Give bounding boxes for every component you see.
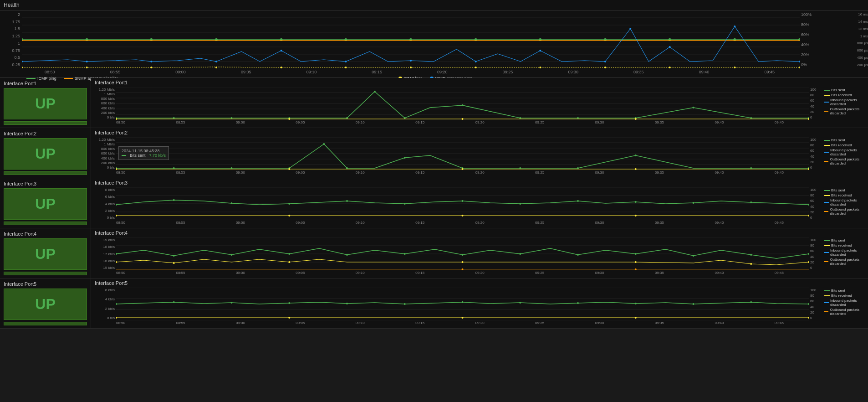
up-badge-port2: UP xyxy=(4,138,87,170)
svg-point-146 xyxy=(635,268,637,270)
health-svg xyxy=(22,10,800,69)
svg-point-126 xyxy=(173,255,175,257)
svg-point-84 xyxy=(346,167,348,169)
svg-point-114 xyxy=(808,204,809,206)
svg-point-144 xyxy=(808,261,809,263)
svg-point-152 xyxy=(173,301,175,303)
interface-status-port3: Interface Port3 UP xyxy=(0,178,91,228)
svg-point-156 xyxy=(404,303,406,305)
up-badge-port5: UP xyxy=(4,289,87,320)
interface-status-port2: Interface Port2 UP xyxy=(0,128,91,178)
svg-point-119 xyxy=(808,215,809,216)
up-badge-port3: UP xyxy=(4,188,87,220)
svg-point-39 xyxy=(345,67,347,68)
svg-point-55 xyxy=(173,117,175,119)
svg-point-157 xyxy=(461,301,463,303)
svg-point-87 xyxy=(519,167,521,169)
svg-point-112 xyxy=(692,202,694,204)
svg-point-63 xyxy=(577,117,579,119)
y-label: 1 xyxy=(0,41,22,46)
interface-row-port2: Interface Port2 UP Interface Port2 1.20 … xyxy=(0,128,868,178)
svg-point-137 xyxy=(808,253,809,255)
svg-point-30 xyxy=(629,28,631,30)
svg-point-89 xyxy=(635,155,637,156)
chart-legend-port3: Bits sent Bits received Inbound packets … xyxy=(822,187,868,220)
svg-point-93 xyxy=(288,168,290,170)
svg-point-36 xyxy=(150,67,152,68)
svg-point-104 xyxy=(230,202,232,204)
svg-point-59 xyxy=(374,91,376,93)
y-right-label: 20% xyxy=(800,52,841,57)
svg-point-113 xyxy=(750,201,752,203)
svg-point-159 xyxy=(577,302,579,304)
interface-name-port2: Interface Port2 xyxy=(4,131,87,136)
health-chart-container: 2 1.75 1.5 1.25 1 0.75 0.5 0.25 xyxy=(0,10,868,78)
chart-title-port1: Interface Port1 xyxy=(91,78,868,87)
health-x-axis: 08:50 08:55 09:00 09:05 09:10 09:15 09:2… xyxy=(22,69,797,75)
svg-point-116 xyxy=(288,215,290,216)
svg-point-162 xyxy=(750,301,752,303)
svg-point-35 xyxy=(86,67,88,68)
svg-point-135 xyxy=(692,255,694,257)
up-badge-port4: UP xyxy=(4,238,87,270)
svg-point-24 xyxy=(281,50,282,52)
port2-x-axis: 08:5008:5509:0009:0509:1009:1509:2009:25… xyxy=(91,170,868,175)
svg-point-165 xyxy=(288,317,290,319)
svg-point-128 xyxy=(288,253,290,255)
svg-point-118 xyxy=(635,215,637,216)
interface-status-port4: Interface Port4 UP xyxy=(0,228,91,278)
svg-point-140 xyxy=(288,261,290,263)
svg-point-45 xyxy=(734,67,735,68)
y-label: 0.25 xyxy=(0,62,22,67)
svg-point-29 xyxy=(604,61,606,62)
y-label: 0.75 xyxy=(0,48,22,53)
svg-point-163 xyxy=(808,303,809,305)
page-title: Health xyxy=(0,0,868,10)
svg-point-117 xyxy=(461,215,463,216)
svg-point-134 xyxy=(635,253,637,255)
svg-point-46 xyxy=(799,67,800,68)
svg-point-107 xyxy=(404,203,406,205)
interface-chart-port1: Interface Port1 1.20 Mb/s 1 Mb/s 800 kb/… xyxy=(91,78,868,128)
svg-point-95 xyxy=(635,168,637,170)
svg-point-71 xyxy=(635,118,637,120)
chart-legend-port2: Bits sent Bits received Inbound packets … xyxy=(822,137,868,170)
port2-svg xyxy=(116,137,809,170)
legend-icmp-ping: ICMP ping xyxy=(26,76,56,81)
interface-row-port4: Interface Port4 UP Interface Port4 19 kb… xyxy=(0,228,868,278)
svg-point-31 xyxy=(669,46,671,48)
chart-legend-port5: Bits sent Bits received Inbound packets … xyxy=(822,288,868,320)
svg-point-85 xyxy=(404,157,406,159)
svg-point-56 xyxy=(230,117,232,119)
svg-point-80 xyxy=(173,167,175,169)
port3-svg xyxy=(116,187,809,220)
svg-point-125 xyxy=(116,253,117,255)
y-label: 1.5 xyxy=(0,26,22,31)
svg-point-143 xyxy=(750,263,752,265)
svg-point-26 xyxy=(410,60,412,62)
svg-point-27 xyxy=(475,61,477,62)
y-right-label: 60% xyxy=(800,32,841,37)
svg-point-90 xyxy=(750,167,752,169)
svg-point-130 xyxy=(404,253,406,255)
port5-svg xyxy=(116,288,809,320)
svg-point-41 xyxy=(475,67,477,68)
svg-point-81 xyxy=(230,167,232,169)
y-right-label: 40% xyxy=(800,42,841,47)
green-bar-port4 xyxy=(4,272,87,275)
svg-point-66 xyxy=(750,117,752,119)
svg-point-109 xyxy=(519,203,521,205)
svg-point-42 xyxy=(539,67,541,68)
svg-point-88 xyxy=(577,167,579,169)
interface-status-port5: Interface Port5 UP xyxy=(0,278,91,328)
svg-point-153 xyxy=(230,302,232,304)
port4-svg xyxy=(116,237,809,270)
green-bar-port1 xyxy=(4,121,87,125)
svg-point-102 xyxy=(116,204,117,206)
svg-point-37 xyxy=(215,67,217,68)
svg-point-83 xyxy=(323,143,325,145)
svg-point-44 xyxy=(669,67,671,68)
svg-point-108 xyxy=(461,200,463,202)
interface-row-port5: Interface Port5 UP Interface Port5 6 kb/… xyxy=(0,278,868,329)
y-right2-label: 600 µs xyxy=(841,48,868,52)
